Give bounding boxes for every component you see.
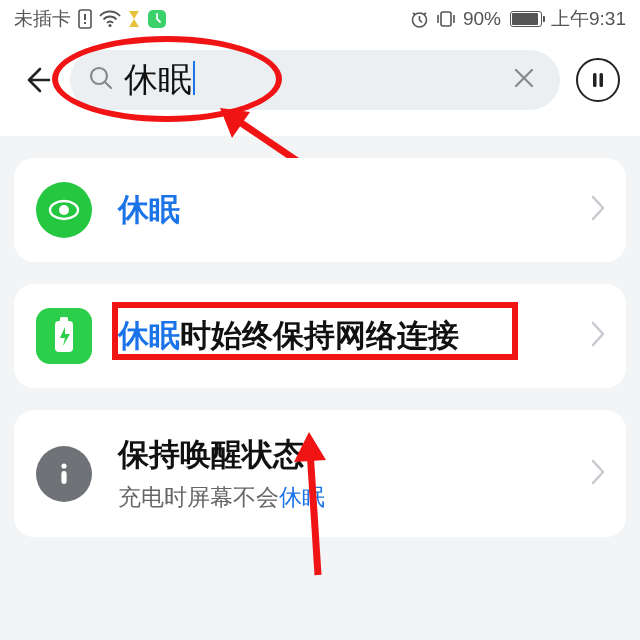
close-icon — [512, 66, 536, 90]
result-item-keep-awake[interactable]: 保持唤醒状态 充电时屏幕不会休眠 — [14, 410, 626, 537]
search-input[interactable]: 休眠 — [70, 50, 560, 110]
wifi-icon — [99, 10, 121, 28]
app-icon — [147, 9, 167, 29]
results-list: 休眠 休眠时始终保持网络连接 保持唤醒状态 充电时屏幕不会休眠 — [0, 158, 640, 537]
result-item-sleep[interactable]: 休眠 — [14, 158, 626, 262]
sim-status: 未插卡 — [14, 6, 71, 32]
svg-rect-2 — [84, 22, 86, 24]
svg-point-11 — [59, 205, 69, 215]
pause-icon — [588, 70, 608, 90]
svg-point-3 — [108, 24, 111, 27]
arrow-left-icon — [22, 65, 52, 95]
menu-button[interactable] — [576, 58, 620, 102]
search-row: 休眠 — [0, 36, 640, 136]
svg-rect-9 — [600, 73, 604, 87]
chevron-right-icon — [584, 458, 612, 490]
hourglass-icon — [127, 10, 141, 28]
battery-icon — [507, 11, 545, 27]
svg-point-14 — [61, 463, 66, 468]
svg-rect-6 — [441, 12, 451, 26]
battery-app-icon — [36, 308, 92, 364]
svg-rect-8 — [593, 73, 597, 87]
info-icon — [36, 446, 92, 502]
search-query: 休眠 — [124, 57, 192, 103]
alarm-icon — [410, 10, 429, 29]
chevron-right-icon — [584, 194, 612, 226]
eye-icon — [36, 182, 92, 238]
clear-button[interactable] — [506, 60, 542, 100]
result-subtitle: 充电时屏幕不会休眠 — [118, 482, 584, 513]
svg-rect-15 — [61, 471, 66, 484]
clock-time: 上午9:31 — [551, 6, 626, 32]
alert-icon — [77, 9, 93, 29]
svg-rect-13 — [60, 317, 68, 322]
svg-rect-1 — [84, 14, 86, 20]
battery-percent: 90% — [463, 8, 501, 30]
back-button[interactable] — [20, 63, 54, 97]
result-item-network-sleep[interactable]: 休眠时始终保持网络连接 — [14, 284, 626, 388]
chevron-right-icon — [584, 320, 612, 352]
result-title: 休眠时始终保持网络连接 — [118, 315, 584, 357]
search-icon — [88, 65, 114, 95]
status-bar: 未插卡 90% 上午9:31 — [0, 0, 640, 36]
result-title: 保持唤醒状态 — [118, 434, 584, 476]
result-title: 休眠 — [118, 189, 584, 231]
vibrate-icon — [435, 10, 457, 28]
